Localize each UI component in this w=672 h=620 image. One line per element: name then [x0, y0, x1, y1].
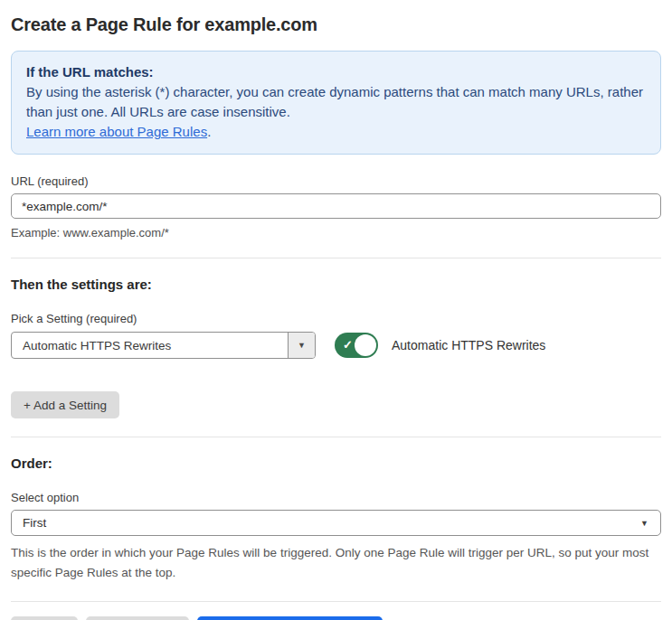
info-box-body: By using the asterisk (*) character, you…	[26, 82, 646, 122]
order-select-value: First	[23, 516, 46, 530]
setting-row: Automatic HTTPS Rewrites ▼ ✓ Automatic H…	[11, 332, 661, 359]
toggle-knob	[355, 334, 376, 356]
settings-section-heading: Then the settings are:	[11, 277, 661, 292]
caret-down-icon: ▼	[640, 519, 648, 528]
setting-dropdown[interactable]: Automatic HTTPS Rewrites ▼	[11, 332, 316, 359]
setting-toggle-group: ✓ Automatic HTTPS Rewrites	[335, 333, 545, 358]
learn-more-link[interactable]: Learn more about Page Rules	[26, 124, 207, 139]
page-rule-form: Create a Page Rule for example.com If th…	[0, 0, 672, 620]
check-icon: ✓	[343, 339, 353, 351]
info-box-link-line: Learn more about Page Rules.	[26, 122, 646, 142]
order-select-label: Select option	[11, 491, 661, 504]
divider	[11, 437, 661, 437]
footer-buttons: Cancel Save as Draft Save and Deploy Pag…	[11, 616, 661, 620]
url-example-text: Example: www.example.com/*	[11, 226, 661, 240]
save-deploy-button[interactable]: Save and Deploy Page Rule	[197, 616, 383, 620]
add-setting-button[interactable]: + Add a Setting	[11, 391, 119, 418]
setting-toggle-label: Automatic HTTPS Rewrites	[392, 338, 545, 352]
setting-dropdown-value: Automatic HTTPS Rewrites	[12, 333, 288, 358]
divider	[11, 258, 661, 258]
cancel-button[interactable]: Cancel	[11, 616, 78, 620]
order-select[interactable]: First ▼	[11, 510, 661, 536]
order-help-text: This is the order in which your Page Rul…	[11, 543, 661, 583]
link-suffix: .	[207, 124, 211, 139]
url-match-info-box: If the URL matches: By using the asteris…	[11, 51, 661, 155]
setting-toggle[interactable]: ✓	[335, 333, 378, 358]
order-section-heading: Order:	[11, 456, 661, 471]
page-title: Create a Page Rule for example.com	[11, 14, 661, 35]
pick-setting-label: Pick a Setting (required)	[11, 312, 661, 325]
url-field-label: URL (required)	[11, 174, 661, 188]
divider	[11, 601, 661, 602]
dropdown-arrow-button[interactable]: ▼	[288, 333, 315, 358]
info-box-heading: If the URL matches:	[26, 62, 646, 82]
caret-down-icon: ▼	[298, 341, 306, 350]
url-input[interactable]	[11, 193, 661, 219]
save-draft-button[interactable]: Save as Draft	[86, 616, 189, 620]
